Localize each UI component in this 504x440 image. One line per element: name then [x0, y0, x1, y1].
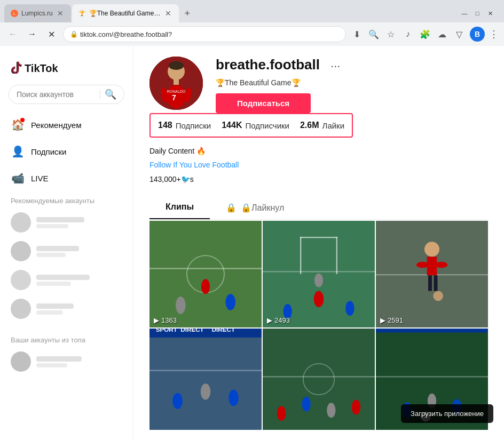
- svg-point-14: [225, 294, 235, 310]
- rec-info-3: [36, 275, 90, 286]
- rec-name-4: [36, 303, 74, 309]
- liked-label: 🔒Лайкнул: [241, 203, 284, 213]
- svg-rect-16: [263, 271, 375, 272]
- address-input[interactable]: 🔒 tiktok.com/@breathe.football?: [63, 26, 346, 42]
- rec-account-3[interactable]: [0, 266, 133, 294]
- tab-tiktok-close[interactable]: ✕: [164, 8, 172, 19]
- forward-button[interactable]: →: [25, 27, 40, 42]
- video-thumb-5[interactable]: [263, 329, 375, 430]
- new-tab-button[interactable]: +: [180, 6, 195, 21]
- stat-following[interactable]: 148 Подписки: [158, 121, 211, 130]
- rec-account-4[interactable]: [0, 294, 133, 323]
- tab-clips[interactable]: Клипы: [149, 196, 210, 219]
- rec-avatar-2: [11, 241, 31, 261]
- rec-info-2: [36, 246, 79, 257]
- sidebar-item-subscriptions[interactable]: 👤 Подписки: [0, 138, 133, 165]
- profile-top-row: breathe.football ···: [216, 57, 488, 75]
- browser-profile-avatar[interactable]: B: [470, 27, 485, 42]
- tiktok-logo[interactable]: TikTok: [9, 60, 58, 77]
- tab-liked[interactable]: 🔒 🔒Лайкнул: [210, 196, 300, 219]
- svg-text:Chelsea FC: Chelsea FC: [382, 329, 412, 330]
- video-3-views: 2591: [388, 316, 403, 324]
- following-count: 148: [158, 121, 172, 130]
- maximize-button[interactable]: □: [472, 8, 483, 19]
- music-icon[interactable]: ♪: [401, 28, 414, 41]
- svg-point-26: [424, 242, 439, 257]
- svg-text:DIRECT: DIRECT: [180, 329, 203, 333]
- download-icon[interactable]: ⬇: [350, 28, 363, 41]
- home-icon: 🏠: [11, 118, 25, 132]
- profile-bio-line3: 143,000+🐦s: [149, 173, 488, 185]
- back-button[interactable]: ←: [5, 27, 20, 42]
- svg-point-41: [229, 390, 239, 406]
- rec-avatar-3: [11, 270, 31, 290]
- search-input[interactable]: [17, 90, 96, 99]
- star-icon[interactable]: ☆: [384, 28, 397, 41]
- top-account-1[interactable]: [0, 347, 133, 376]
- top-info-1: [36, 356, 82, 367]
- top-accounts-title: Ваши аккаунты из топа: [0, 331, 133, 347]
- sidebar-item-live[interactable]: 📹 LIVE: [0, 165, 133, 191]
- subscriptions-label: Подписки: [31, 147, 67, 156]
- close-button[interactable]: ✕: [485, 8, 495, 19]
- svg-text:DIRECT: DIRECT: [212, 329, 235, 333]
- follow-button[interactable]: Подписаться: [216, 93, 311, 113]
- zoom-icon[interactable]: 🔍: [367, 28, 380, 41]
- video-thumb-2[interactable]: ▶ 2493: [263, 221, 375, 327]
- top-sub-1: [36, 363, 67, 367]
- content-tabs: Клипы 🔒 🔒Лайкнул: [149, 196, 488, 220]
- reload-button[interactable]: ✕: [44, 27, 59, 42]
- rec-avatar-1: [11, 212, 31, 233]
- svg-point-28: [416, 262, 429, 268]
- window-controls: — □ ✕: [459, 8, 500, 19]
- svg-point-46: [302, 397, 311, 412]
- top-avatar-1: [11, 351, 31, 372]
- extensions-icon[interactable]: 🧩: [419, 28, 431, 41]
- sidebar-item-recommend[interactable]: 🏠 Рекомендуем: [0, 111, 133, 138]
- tab-lumpics-close[interactable]: ✕: [56, 8, 65, 19]
- recommended-section-title: Рекомендуемые аккаунты: [0, 191, 133, 208]
- profile-avatar-large: 7 RONALDO: [149, 57, 203, 110]
- stat-likes[interactable]: 2.6M Лайки: [300, 121, 344, 130]
- minimize-button[interactable]: —: [459, 8, 470, 19]
- live-icon: 📹: [11, 171, 25, 185]
- search-bar[interactable]: 🔍: [9, 85, 124, 104]
- svg-point-47: [327, 403, 335, 418]
- svg-rect-30: [428, 276, 432, 291]
- tab-tiktok[interactable]: 🏆 🏆The Beautiful Game🏆 (@bre... ✕: [72, 4, 179, 22]
- cloud-icon[interactable]: ☁: [436, 28, 448, 41]
- play-icon-3: ▶: [380, 316, 385, 324]
- svg-rect-43: [263, 376, 375, 377]
- page-content: TikTok 🔍 🏠 Рекомендуем 👤 Подписки 📹 L: [0, 46, 504, 440]
- search-icon[interactable]: 🔍: [105, 89, 116, 100]
- tab-bar: L Lumpics.ru ✕ 🏆 🏆The Beautiful Game🏆 (@…: [0, 0, 504, 22]
- tiktok-favicon: 🏆: [78, 10, 86, 17]
- clips-label: Клипы: [166, 202, 194, 212]
- browser-menu-button[interactable]: ⋮: [489, 28, 499, 40]
- subscriptions-icon: 👤: [11, 145, 25, 158]
- video-thumb-1[interactable]: ▶ 1363: [149, 221, 262, 327]
- svg-point-48: [352, 400, 360, 415]
- rec-sub-1: [36, 224, 68, 228]
- video-2-overlay: ▶ 2493: [267, 316, 290, 324]
- rec-sub-4: [36, 310, 63, 315]
- tab-lumpics[interactable]: L Lumpics.ru ✕: [4, 4, 71, 22]
- recommend-label: Рекомендуем: [31, 121, 81, 130]
- svg-point-4: [169, 61, 184, 70]
- likes-count: 2.6M: [300, 121, 319, 130]
- top-name-1: [36, 356, 82, 362]
- svg-rect-18: [336, 237, 337, 274]
- tiktok-logo-icon: [9, 60, 22, 77]
- video-thumb-3[interactable]: ▶ 2591: [376, 221, 488, 327]
- download-app-toast[interactable]: Загрузить приложение: [401, 404, 493, 423]
- wifi-icon[interactable]: ▽: [453, 28, 466, 41]
- svg-rect-5: [174, 79, 179, 85]
- tiktok-header: TikTok: [0, 54, 133, 85]
- followers-count: 144K: [222, 121, 242, 130]
- rec-account-2[interactable]: [0, 237, 133, 266]
- video-thumb-4[interactable]: SPORT DIRECT DIRECT: [149, 329, 262, 430]
- address-right-icons: ⬇ 🔍 ☆ ♪ 🧩 ☁ ▽ B ⋮: [350, 27, 499, 42]
- rec-account-1[interactable]: [0, 208, 133, 237]
- more-options-button[interactable]: ···: [328, 57, 342, 75]
- stat-followers[interactable]: 144K Подписчики: [222, 121, 289, 130]
